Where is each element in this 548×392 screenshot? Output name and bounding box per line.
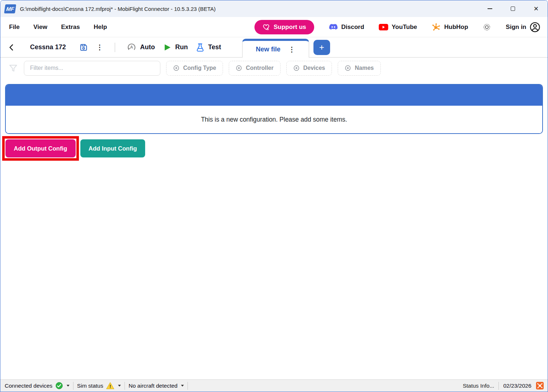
discord-link[interactable]: Discord [329, 22, 364, 32]
heart-dollar-icon: $ [262, 23, 270, 31]
warning-triangle-icon: ! [106, 382, 114, 389]
config-table-header [6, 85, 542, 106]
theme-toggle[interactable] [482, 23, 491, 31]
red-highlight-annotation: Add Output Config [2, 136, 79, 161]
auto-label: Auto [140, 43, 155, 51]
filter-chip-label: Names [355, 65, 374, 71]
aircraft-status[interactable]: No aircraft detected [125, 380, 187, 392]
hubhop-icon [431, 22, 441, 32]
svg-text:$: $ [267, 28, 269, 31]
check-circle-icon [55, 382, 63, 389]
status-bar: Connected devices Sim status ! No aircra… [0, 379, 548, 392]
sim-status[interactable]: Sim status ! [73, 380, 125, 392]
title-bar: MF G:\mobiflight-docs\Cessna 172.mfproj*… [0, 0, 548, 17]
menu-file[interactable]: File [9, 24, 20, 31]
add-output-config-button[interactable]: Add Output Config [5, 139, 76, 157]
save-icon[interactable] [79, 43, 88, 52]
filter-chip-names[interactable]: Names [338, 61, 380, 76]
minimize-icon [488, 8, 492, 9]
back-button[interactable] [8, 43, 16, 51]
hubhop-link[interactable]: HubHop [431, 22, 468, 32]
plus-circle-icon [345, 65, 351, 71]
tab-menu-kebab[interactable]: ⋮ [288, 46, 295, 53]
filter-chip-label: Devices [303, 65, 325, 71]
add-input-config-button[interactable]: Add Input Config [80, 139, 146, 157]
plus-circle-icon [236, 65, 242, 71]
test-button[interactable]: Test [196, 43, 221, 52]
empty-config-message: This is a new configuration. Please add … [6, 106, 542, 133]
menu-help[interactable]: Help [94, 24, 107, 31]
mobiflight-update-icon[interactable] [536, 382, 544, 390]
close-icon: ✕ [534, 6, 539, 12]
maximize-icon [511, 7, 515, 11]
hubhop-label: HubHop [444, 24, 468, 31]
filter-items-input[interactable] [24, 61, 160, 76]
tab-label: New file [256, 46, 281, 53]
app-logo-icon: MF [4, 4, 16, 13]
svg-text:!: ! [110, 384, 111, 389]
sun-icon [482, 23, 491, 31]
youtube-link[interactable]: YouTube [379, 23, 417, 31]
chevron-down-icon [67, 385, 69, 387]
sign-in-label: Sign in [506, 24, 526, 31]
add-tab-button[interactable]: + [313, 40, 330, 55]
discord-icon [329, 22, 338, 32]
aircraft-status-label: No aircraft detected [128, 383, 177, 389]
filter-chip-config-type[interactable]: Config Type [166, 61, 223, 76]
sign-in-button[interactable]: Sign in [506, 22, 540, 33]
chevron-down-icon [118, 385, 121, 387]
filter-chip-label: Controller [246, 65, 273, 71]
run-label: Run [175, 43, 188, 51]
support-us-button[interactable]: $ Support us [254, 20, 314, 34]
menu-extras[interactable]: Extras [61, 24, 80, 31]
toolbar-divider [115, 43, 115, 52]
chevron-down-icon [181, 385, 184, 387]
close-button[interactable]: ✕ [524, 0, 548, 17]
plus-circle-icon [293, 65, 300, 71]
filter-chip-label: Config Type [183, 65, 216, 71]
content-area: This is a new configuration. Please add … [0, 79, 548, 379]
auto-button[interactable]: A Auto [127, 42, 155, 52]
filter-row: Config Type Controller Devices Names [0, 58, 548, 79]
youtube-icon [379, 23, 388, 31]
config-table-card: This is a new configuration. Please add … [5, 84, 543, 134]
toolbar: Cessna 172 ⋮ A Auto Run [0, 37, 548, 58]
app-window: MF G:\mobiflight-docs\Cessna 172.mfproj*… [0, 0, 548, 392]
menu-bar: File View Extras Help $ Support us Disco… [0, 17, 548, 37]
auto-icon: A [127, 42, 136, 52]
statusbar-divider [498, 382, 499, 390]
project-name: Cessna 172 [30, 43, 66, 51]
youtube-label: YouTube [392, 24, 417, 31]
support-us-label: Support us [274, 24, 306, 31]
window-controls: ✕ [478, 0, 548, 17]
sim-status-label: Sim status [77, 383, 103, 389]
status-date: 02/23/2026 [503, 383, 531, 389]
run-play-icon [163, 43, 172, 52]
tab-new-file[interactable]: New file ⋮ [242, 39, 309, 58]
filter-chip-devices[interactable]: Devices [286, 61, 332, 76]
statusbar-divider [187, 382, 188, 390]
maximize-button[interactable] [501, 0, 524, 17]
filter-chip-controller[interactable]: Controller [229, 61, 280, 76]
plus-circle-icon [173, 65, 180, 71]
user-avatar-icon [530, 22, 540, 33]
add-config-row: Add Output Config Add Input Config [0, 136, 548, 161]
svg-text:A: A [130, 45, 133, 50]
test-flask-icon [196, 43, 205, 52]
window-title: G:\mobiflight-docs\Cessna 172.mfproj* - … [20, 6, 216, 12]
minimize-button[interactable] [478, 0, 501, 17]
filter-funnel-icon [8, 63, 18, 73]
connected-devices-label: Connected devices [5, 383, 52, 389]
test-label: Test [208, 43, 221, 51]
discord-label: Discord [341, 24, 364, 31]
menu-view[interactable]: View [33, 24, 47, 31]
status-info-link[interactable]: Status Info... [463, 383, 494, 389]
connected-devices-status[interactable]: Connected devices [5, 380, 73, 392]
run-button[interactable]: Run [163, 43, 188, 52]
project-menu-kebab[interactable]: ⋮ [96, 44, 103, 51]
